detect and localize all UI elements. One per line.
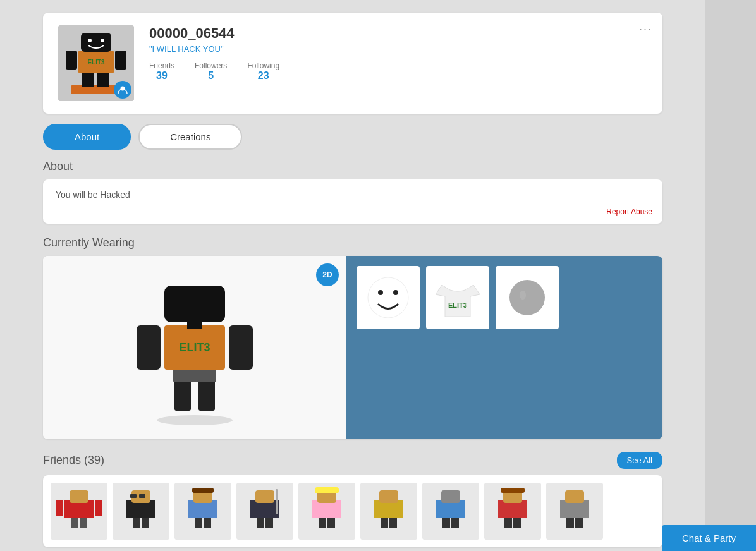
item-head[interactable] — [496, 266, 559, 329]
friends-header: Friends (39) See All — [43, 452, 662, 469]
svg-point-29 — [509, 280, 545, 315]
svg-point-9 — [88, 39, 92, 42]
report-abuse-link[interactable]: Report Abuse — [606, 207, 652, 216]
character-3d-svg: ELIT3 — [119, 265, 271, 430]
about-description: You will be Hacked — [56, 190, 650, 200]
svg-rect-60 — [312, 500, 341, 518]
following-count: 23 — [258, 70, 269, 82]
svg-point-12 — [157, 415, 233, 425]
svg-rect-35 — [56, 500, 63, 516]
svg-rect-37 — [70, 490, 88, 503]
about-section-title: About — [43, 160, 662, 173]
stat-followers: Followers 5 — [195, 61, 227, 82]
friend-avatar-6[interactable] — [360, 483, 417, 540]
tab-creations[interactable]: Creations — [138, 124, 242, 150]
svg-point-10 — [101, 39, 104, 42]
following-label: Following — [247, 61, 279, 70]
svg-rect-71 — [436, 500, 465, 518]
friend-avatar-2[interactable] — [113, 483, 169, 540]
svg-rect-54 — [250, 500, 279, 518]
avatar-wrapper: ELIT3 — [58, 25, 134, 101]
chat-party-bar[interactable]: Chat & Party — [662, 525, 756, 551]
wearing-title: Currently Wearing — [43, 236, 662, 250]
svg-rect-67 — [379, 490, 398, 503]
friend-avatar-9[interactable] — [546, 483, 603, 540]
wearing-3d-view: ELIT3 2D — [43, 256, 346, 439]
friend-avatar-3[interactable] — [174, 483, 231, 540]
profile-info: 00000_06544 "I WILL HACK YOU" Friends 39… — [149, 25, 647, 82]
svg-rect-36 — [95, 500, 102, 516]
svg-text:ELIT3: ELIT3 — [179, 341, 210, 354]
tabs-row: About Creations — [43, 124, 662, 150]
about-box: You will be Hacked Report Abuse — [43, 179, 662, 224]
svg-rect-18 — [137, 325, 161, 370]
friend-avatar-8[interactable] — [484, 483, 541, 540]
see-all-friends-button[interactable]: See All — [617, 452, 662, 469]
friend-avatar-7[interactable] — [422, 483, 479, 540]
svg-rect-7 — [115, 51, 126, 70]
svg-text:ELIT3: ELIT3 — [448, 301, 467, 309]
svg-rect-6 — [66, 51, 77, 70]
avatar-badge — [114, 81, 131, 99]
svg-rect-19 — [229, 325, 253, 370]
svg-rect-44 — [139, 494, 145, 498]
svg-rect-83 — [565, 490, 584, 503]
svg-rect-66 — [374, 500, 403, 518]
right-gutter — [705, 0, 756, 551]
svg-rect-82 — [560, 500, 589, 518]
profile-username: 00000_06544 — [149, 25, 647, 42]
followers-label: Followers — [195, 61, 227, 70]
tab-about[interactable]: About — [43, 124, 131, 150]
friend-avatar-1[interactable] — [51, 483, 107, 540]
svg-rect-62 — [315, 487, 339, 493]
item-smiley[interactable] — [357, 266, 420, 329]
item-shirt[interactable]: ELIT3 — [426, 266, 489, 329]
friends-count: 39 — [156, 70, 168, 82]
svg-point-30 — [520, 291, 526, 300]
svg-point-23 — [368, 277, 408, 318]
friend-avatar-5[interactable] — [298, 483, 355, 540]
friends-label: Friends — [149, 61, 174, 70]
stat-following: Following 23 — [247, 61, 279, 82]
profile-stats: Friends 39 Followers 5 Following 23 — [149, 61, 647, 82]
svg-rect-56 — [276, 489, 278, 514]
profile-card: ELIT3 — [43, 13, 662, 114]
svg-rect-21 — [164, 286, 225, 322]
friend-avatar-4[interactable] — [236, 483, 293, 540]
wearing-card: ELIT3 2D — [43, 256, 662, 439]
svg-point-24 — [378, 290, 383, 295]
wearing-section: Currently Wearing — [43, 236, 662, 439]
svg-rect-78 — [501, 488, 525, 493]
svg-rect-55 — [255, 490, 274, 503]
2d-badge[interactable]: 2D — [316, 263, 339, 286]
svg-rect-8 — [81, 33, 111, 52]
svg-rect-41 — [126, 500, 155, 518]
svg-rect-34 — [64, 500, 94, 518]
followers-count: 5 — [208, 70, 214, 82]
profile-tagline: "I WILL HACK YOU" — [149, 44, 647, 54]
svg-rect-76 — [498, 500, 527, 518]
svg-point-25 — [393, 290, 398, 295]
friends-title: Friends (39) — [43, 454, 104, 467]
svg-rect-48 — [188, 500, 217, 518]
friends-row — [43, 475, 662, 547]
stat-friends: Friends 39 — [149, 61, 174, 82]
more-options-button[interactable]: ··· — [639, 23, 652, 36]
svg-rect-72 — [441, 490, 460, 503]
svg-text:ELIT3: ELIT3 — [87, 59, 105, 66]
svg-rect-43 — [130, 494, 137, 498]
wearing-items-grid: ELIT3 — [346, 256, 662, 439]
svg-rect-50 — [192, 488, 214, 493]
svg-point-11 — [121, 87, 125, 91]
